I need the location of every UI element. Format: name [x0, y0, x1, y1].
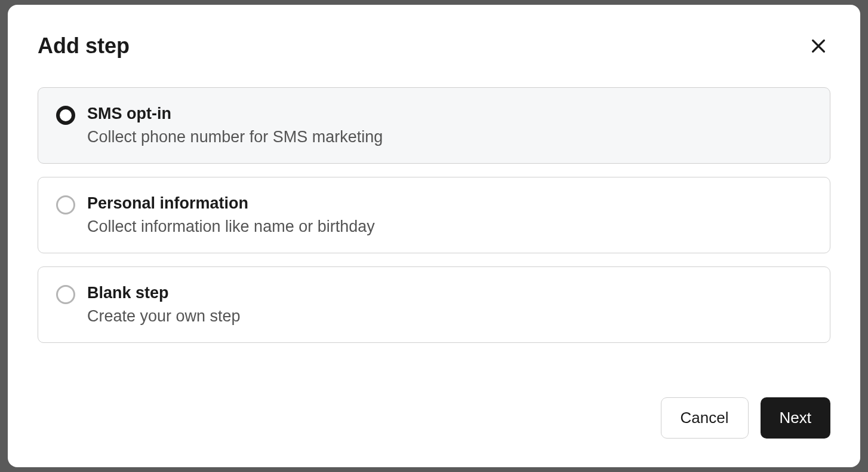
add-step-modal: Add step SMS opt-in Collect phone number…: [8, 5, 860, 467]
options-list: SMS opt-in Collect phone number for SMS …: [38, 87, 830, 373]
close-icon: [809, 36, 828, 56]
option-personal-information[interactable]: Personal information Collect information…: [38, 177, 830, 253]
modal-header: Add step: [38, 33, 830, 59]
close-button[interactable]: [807, 34, 830, 58]
option-title: SMS opt-in: [87, 105, 383, 123]
option-title: Personal information: [87, 194, 375, 213]
option-text: Blank step Create your own step: [87, 284, 241, 326]
modal-title: Add step: [38, 33, 130, 59]
radio-blank-step[interactable]: [56, 285, 75, 304]
radio-personal-information[interactable]: [56, 195, 75, 214]
option-blank-step[interactable]: Blank step Create your own step: [38, 266, 830, 343]
modal-footer: Cancel Next: [38, 397, 830, 439]
next-button[interactable]: Next: [761, 397, 830, 439]
cancel-button[interactable]: Cancel: [661, 397, 749, 439]
option-title: Blank step: [87, 284, 241, 302]
option-text: Personal information Collect information…: [87, 194, 375, 236]
option-text: SMS opt-in Collect phone number for SMS …: [87, 105, 383, 146]
option-desc: Collect information like name or birthda…: [87, 217, 375, 236]
option-desc: Create your own step: [87, 307, 241, 326]
option-desc: Collect phone number for SMS marketing: [87, 128, 383, 146]
radio-sms-opt-in[interactable]: [56, 106, 75, 125]
option-sms-opt-in[interactable]: SMS opt-in Collect phone number for SMS …: [38, 87, 830, 164]
